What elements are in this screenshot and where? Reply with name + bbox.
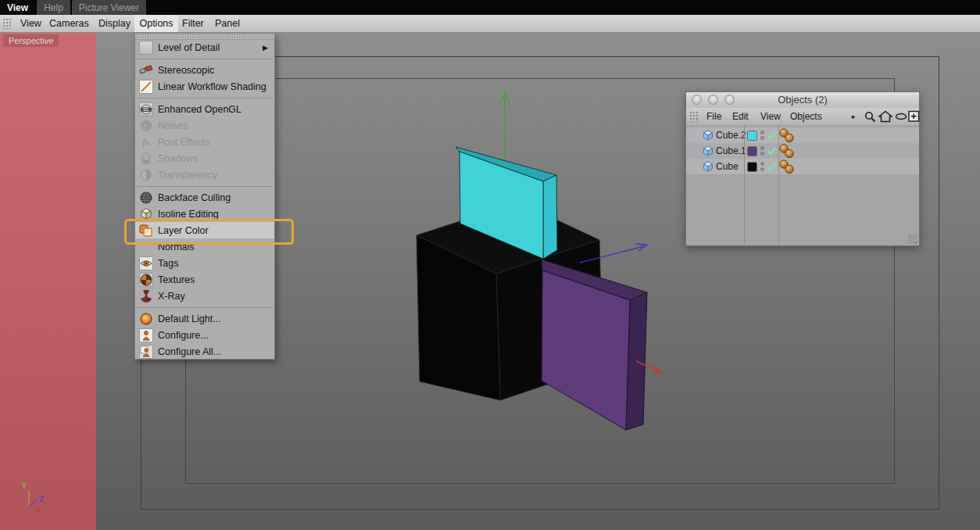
phong-tag-icon[interactable]: [778, 159, 796, 174]
backface-culling-icon: [139, 191, 153, 205]
menu-item-linear-workflow-shading[interactable]: Linear Workflow Shading: [135, 78, 274, 95]
panel-title-bar[interactable]: Objects (2): [686, 92, 919, 109]
menu-item-stereoscopic[interactable]: Stereoscopic: [135, 62, 274, 78]
editor-visibility-dot[interactable]: [760, 162, 764, 166]
menu-separator: [137, 59, 273, 59]
phong-tag-icon[interactable]: [778, 144, 796, 159]
menu-item-level-of-detail[interactable]: Level of Detail ▶: [135, 39, 274, 56]
menu-item-noises[interactable]: Noises: [135, 117, 274, 134]
object-list[interactable]: Cube.2 Cube.1 Cube: [686, 125, 919, 245]
enabled-check-icon[interactable]: [767, 146, 777, 156]
panel-menu-bar: File Edit View Objects ▸: [686, 108, 919, 126]
panel-title: Objects (2): [686, 92, 919, 108]
menu-item-tags[interactable]: Tags: [135, 255, 274, 271]
layer-color-swatch[interactable]: [747, 146, 757, 156]
editor-visibility-dot[interactable]: [760, 146, 764, 150]
menu-item-label: Normals: [158, 242, 195, 252]
menu-item-label: Configure...: [158, 330, 209, 341]
object-name[interactable]: Cube.2: [716, 127, 746, 143]
menu-item-shadows[interactable]: Shadows: [135, 150, 274, 167]
render-visibility-dot[interactable]: [760, 136, 764, 140]
menu-panel[interactable]: Panel: [210, 15, 245, 32]
tab-label: Help: [44, 2, 63, 13]
menu-item-transparency[interactable]: Transparency: [135, 167, 274, 183]
menu-item-default-light[interactable]: Default Light...: [135, 310, 274, 327]
layer-color-icon: [139, 224, 153, 238]
menu-view[interactable]: View: [16, 15, 46, 32]
configure-icon: [139, 328, 153, 342]
menu-overflow-arrow-icon[interactable]: ▸: [852, 108, 856, 125]
render-visibility-dot[interactable]: [760, 167, 764, 171]
enabled-check-icon[interactable]: [767, 131, 777, 140]
object-row-cube1[interactable]: Cube.1: [686, 143, 919, 159]
cube-object-icon: [703, 130, 714, 141]
add-icon[interactable]: [908, 110, 921, 123]
menu-item-normals[interactable]: Normals: [135, 238, 274, 255]
menu-item-label: Level of Detail: [158, 42, 220, 53]
textures-icon: [139, 273, 153, 287]
drag-grip-icon[interactable]: [2, 18, 12, 29]
menu-display[interactable]: Display: [94, 15, 135, 32]
tab-picture-viewer[interactable]: Picture Viewer: [72, 0, 146, 15]
panel-menu-edit[interactable]: Edit: [732, 108, 749, 125]
menu-item-textures[interactable]: Textures: [135, 271, 274, 288]
x-ray-icon: [139, 289, 153, 303]
menu-separator: [137, 98, 273, 98]
layer-color-swatch[interactable]: [747, 131, 757, 141]
camera-label[interactable]: Perspective: [3, 34, 59, 47]
menu-item-layer-color[interactable]: Layer Color: [135, 222, 274, 238]
menu-item-label: Default Light...: [158, 313, 221, 324]
object-name[interactable]: Cube: [716, 159, 739, 174]
menu-cameras[interactable]: Cameras: [45, 15, 94, 32]
tab-view[interactable]: View: [0, 0, 35, 15]
panel-menu-objects[interactable]: Objects: [790, 108, 822, 125]
enabled-check-icon[interactable]: [767, 162, 777, 171]
layer-color-swatch[interactable]: [747, 162, 757, 172]
column-divider[interactable]: [744, 125, 745, 245]
options-dropdown-menu: Level of Detail ▶ Stereoscopic Linear Wo…: [134, 34, 275, 360]
object-name[interactable]: Cube.1: [716, 143, 746, 159]
phong-tag-icon[interactable]: [778, 128, 796, 143]
menu-item-backface-culling[interactable]: Backface Culling: [135, 189, 274, 206]
menu-item-label: Layer Color: [158, 225, 209, 236]
home-icon[interactable]: [878, 110, 892, 123]
menu-options[interactable]: Options: [134, 15, 178, 32]
render-visibility-dot[interactable]: [760, 152, 764, 156]
panel-menu-view[interactable]: View: [760, 108, 781, 125]
search-icon[interactable]: [864, 110, 877, 123]
object-row-cube2[interactable]: Cube.2: [686, 127, 919, 143]
drag-grip-icon[interactable]: [689, 111, 699, 122]
resize-grip[interactable]: [908, 235, 917, 244]
tab-label: View: [7, 2, 28, 13]
menu-item-x-ray[interactable]: X-Ray: [135, 288, 274, 304]
noises-icon: [139, 119, 153, 133]
stereoscopic-icon: [139, 63, 153, 77]
tab-label: Picture Viewer: [79, 2, 139, 13]
isoline-editing-icon: [139, 207, 153, 221]
viewport-menu-bar: View Cameras Display Options Filter Pane…: [0, 15, 980, 33]
menu-item-configure-all[interactable]: Configure All...: [135, 343, 274, 360]
menu-item-label: Stereoscopic: [158, 65, 214, 76]
objects-manager-window[interactable]: Objects (2) File Edit View Objects ▸ Cub…: [685, 91, 920, 246]
shadows-icon: [139, 152, 153, 166]
eye-icon[interactable]: [895, 110, 908, 123]
cube-object-icon: [703, 161, 714, 172]
column-divider[interactable]: [778, 125, 779, 245]
object-row-cube[interactable]: Cube: [686, 159, 919, 174]
menu-item-label: Transparency: [158, 170, 217, 181]
editor-visibility-dot[interactable]: [760, 131, 764, 134]
menu-item-enhanced-opengl[interactable]: GL Enhanced OpenGL: [135, 101, 274, 117]
panel-menu-file[interactable]: File: [706, 108, 721, 125]
menu-item-label: Shadows: [158, 153, 198, 164]
menu-item-configure[interactable]: Configure...: [135, 327, 274, 343]
menu-item-isoline-editing[interactable]: Isoline Editing: [135, 206, 274, 222]
transparency-icon: [139, 168, 153, 182]
menu-separator: [137, 186, 273, 187]
menu-item-post-effects[interactable]: fx Post Effects: [135, 134, 274, 150]
cube-object-icon: [703, 145, 714, 156]
tab-help[interactable]: Help: [37, 0, 70, 15]
menu-item-label: Linear Workflow Shading: [158, 81, 266, 92]
window-tab-bar: View Help Picture Viewer: [0, 0, 980, 15]
menu-filter[interactable]: Filter: [177, 15, 209, 32]
svg-text:GL: GL: [143, 107, 149, 112]
